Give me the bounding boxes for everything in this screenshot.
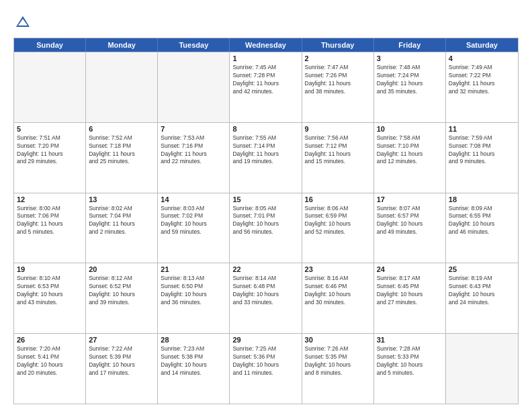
day-number: 20 [89, 265, 154, 273]
header-day-sunday: Sunday [14, 38, 86, 52]
day-info: Sunrise: 7:59 AM Sunset: 7:08 PM Dayligh… [449, 134, 515, 167]
day-info: Sunrise: 8:06 AM Sunset: 6:59 PM Dayligh… [305, 205, 371, 237]
day-info: Sunrise: 7:58 AM Sunset: 7:10 PM Dayligh… [377, 134, 443, 167]
day-number: 18 [449, 195, 515, 203]
day-number: 23 [305, 265, 371, 273]
calendar-cell: 26Sunrise: 7:20 AM Sunset: 5:41 PM Dayli… [14, 334, 86, 404]
day-info: Sunrise: 8:17 AM Sunset: 6:45 PM Dayligh… [377, 275, 443, 307]
day-number: 7 [161, 125, 226, 133]
calendar-cell: 5Sunrise: 7:51 AM Sunset: 7:20 PM Daylig… [14, 123, 86, 193]
page: SundayMondayTuesdayWednesdayThursdayFrid… [0, 0, 532, 411]
day-number: 28 [161, 336, 226, 344]
logo-icon [13, 13, 32, 32]
calendar-body: 1Sunrise: 7:45 AM Sunset: 7:28 PM Daylig… [14, 52, 518, 404]
logo [13, 13, 35, 32]
day-number: 11 [449, 125, 515, 133]
calendar-cell: 19Sunrise: 8:10 AM Sunset: 6:53 PM Dayli… [14, 263, 86, 333]
day-info: Sunrise: 8:19 AM Sunset: 6:43 PM Dayligh… [449, 275, 515, 307]
day-info: Sunrise: 8:10 AM Sunset: 6:53 PM Dayligh… [17, 275, 83, 307]
day-info: Sunrise: 7:48 AM Sunset: 7:24 PM Dayligh… [377, 64, 443, 96]
day-number: 29 [232, 336, 298, 344]
calendar-cell: 21Sunrise: 8:13 AM Sunset: 6:50 PM Dayli… [158, 263, 230, 333]
day-number: 21 [161, 265, 226, 273]
day-number: 8 [232, 125, 298, 133]
day-info: Sunrise: 7:52 AM Sunset: 7:18 PM Dayligh… [89, 134, 154, 167]
calendar-cell: 4Sunrise: 7:49 AM Sunset: 7:22 PM Daylig… [446, 52, 518, 122]
calendar-header: SundayMondayTuesdayWednesdayThursdayFrid… [14, 38, 518, 52]
header-day-tuesday: Tuesday [158, 38, 230, 52]
header-day-friday: Friday [374, 38, 446, 52]
calendar-row-2: 12Sunrise: 8:00 AM Sunset: 7:06 PM Dayli… [14, 193, 518, 263]
day-info: Sunrise: 7:28 AM Sunset: 5:33 PM Dayligh… [377, 345, 443, 377]
calendar-cell: 18Sunrise: 8:09 AM Sunset: 6:55 PM Dayli… [446, 193, 518, 263]
calendar-cell: 29Sunrise: 7:25 AM Sunset: 5:36 PM Dayli… [230, 334, 302, 404]
day-number: 22 [232, 265, 298, 273]
calendar-cell: 15Sunrise: 8:05 AM Sunset: 7:01 PM Dayli… [230, 193, 302, 263]
header-day-saturday: Saturday [446, 38, 518, 52]
header [13, 11, 519, 32]
calendar-row-1: 5Sunrise: 7:51 AM Sunset: 7:20 PM Daylig… [14, 122, 518, 193]
calendar-cell: 10Sunrise: 7:58 AM Sunset: 7:10 PM Dayli… [374, 123, 446, 193]
calendar-cell: 3Sunrise: 7:48 AM Sunset: 7:24 PM Daylig… [374, 52, 446, 122]
day-number: 25 [449, 265, 515, 273]
calendar-cell: 2Sunrise: 7:47 AM Sunset: 7:26 PM Daylig… [302, 52, 374, 122]
day-info: Sunrise: 8:12 AM Sunset: 6:52 PM Dayligh… [89, 275, 154, 307]
day-info: Sunrise: 8:03 AM Sunset: 7:02 PM Dayligh… [161, 205, 226, 237]
day-info: Sunrise: 7:45 AM Sunset: 7:28 PM Dayligh… [232, 64, 298, 96]
calendar: SundayMondayTuesdayWednesdayThursdayFrid… [13, 38, 519, 404]
header-day-monday: Monday [86, 38, 158, 52]
day-number: 31 [377, 336, 443, 344]
day-number: 30 [305, 336, 371, 344]
calendar-cell: 30Sunrise: 7:26 AM Sunset: 5:35 PM Dayli… [302, 334, 374, 404]
calendar-row-0: 1Sunrise: 7:45 AM Sunset: 7:28 PM Daylig… [14, 52, 518, 122]
day-number: 2 [305, 54, 371, 62]
day-info: Sunrise: 8:00 AM Sunset: 7:06 PM Dayligh… [17, 205, 83, 237]
day-info: Sunrise: 7:25 AM Sunset: 5:36 PM Dayligh… [232, 345, 298, 377]
calendar-cell: 1Sunrise: 7:45 AM Sunset: 7:28 PM Daylig… [230, 52, 302, 122]
calendar-cell [158, 52, 230, 122]
header-day-thursday: Thursday [302, 38, 374, 52]
calendar-cell: 20Sunrise: 8:12 AM Sunset: 6:52 PM Dayli… [86, 263, 158, 333]
day-number: 12 [17, 195, 83, 203]
day-number: 9 [305, 125, 371, 133]
day-number: 24 [377, 265, 443, 273]
day-number: 5 [17, 125, 83, 133]
calendar-cell: 24Sunrise: 8:17 AM Sunset: 6:45 PM Dayli… [374, 263, 446, 333]
day-info: Sunrise: 7:49 AM Sunset: 7:22 PM Dayligh… [449, 64, 515, 96]
calendar-cell: 7Sunrise: 7:53 AM Sunset: 7:16 PM Daylig… [158, 123, 230, 193]
day-number: 3 [377, 54, 443, 62]
day-number: 27 [89, 336, 154, 344]
calendar-cell: 17Sunrise: 8:07 AM Sunset: 6:57 PM Dayli… [374, 193, 446, 263]
day-info: Sunrise: 7:47 AM Sunset: 7:26 PM Dayligh… [305, 64, 371, 96]
day-info: Sunrise: 8:14 AM Sunset: 6:48 PM Dayligh… [232, 275, 298, 307]
calendar-cell: 11Sunrise: 7:59 AM Sunset: 7:08 PM Dayli… [446, 123, 518, 193]
calendar-row-3: 19Sunrise: 8:10 AM Sunset: 6:53 PM Dayli… [14, 263, 518, 333]
day-info: Sunrise: 7:26 AM Sunset: 5:35 PM Dayligh… [305, 345, 371, 377]
day-info: Sunrise: 7:51 AM Sunset: 7:20 PM Dayligh… [17, 134, 83, 167]
day-number: 6 [89, 125, 154, 133]
calendar-cell: 8Sunrise: 7:55 AM Sunset: 7:14 PM Daylig… [230, 123, 302, 193]
day-info: Sunrise: 7:55 AM Sunset: 7:14 PM Dayligh… [232, 134, 298, 167]
calendar-cell: 16Sunrise: 8:06 AM Sunset: 6:59 PM Dayli… [302, 193, 374, 263]
day-number: 26 [17, 336, 83, 344]
day-info: Sunrise: 8:02 AM Sunset: 7:04 PM Dayligh… [89, 205, 154, 237]
day-info: Sunrise: 7:22 AM Sunset: 5:39 PM Dayligh… [89, 345, 154, 377]
day-info: Sunrise: 7:53 AM Sunset: 7:16 PM Dayligh… [161, 134, 226, 167]
day-info: Sunrise: 8:16 AM Sunset: 6:46 PM Dayligh… [305, 275, 371, 307]
day-info: Sunrise: 7:56 AM Sunset: 7:12 PM Dayligh… [305, 134, 371, 167]
calendar-row-4: 26Sunrise: 7:20 AM Sunset: 5:41 PM Dayli… [14, 333, 518, 404]
day-info: Sunrise: 8:05 AM Sunset: 7:01 PM Dayligh… [232, 205, 298, 237]
day-info: Sunrise: 7:23 AM Sunset: 5:38 PM Dayligh… [161, 345, 226, 377]
calendar-cell [14, 52, 86, 122]
day-number: 15 [232, 195, 298, 203]
day-number: 4 [449, 54, 515, 62]
calendar-cell: 13Sunrise: 8:02 AM Sunset: 7:04 PM Dayli… [86, 193, 158, 263]
day-info: Sunrise: 8:07 AM Sunset: 6:57 PM Dayligh… [377, 205, 443, 237]
calendar-cell: 23Sunrise: 8:16 AM Sunset: 6:46 PM Dayli… [302, 263, 374, 333]
day-number: 19 [17, 265, 83, 273]
calendar-cell: 14Sunrise: 8:03 AM Sunset: 7:02 PM Dayli… [158, 193, 230, 263]
calendar-cell: 25Sunrise: 8:19 AM Sunset: 6:43 PM Dayli… [446, 263, 518, 333]
calendar-cell: 6Sunrise: 7:52 AM Sunset: 7:18 PM Daylig… [86, 123, 158, 193]
header-day-wednesday: Wednesday [230, 38, 302, 52]
calendar-cell: 12Sunrise: 8:00 AM Sunset: 7:06 PM Dayli… [14, 193, 86, 263]
